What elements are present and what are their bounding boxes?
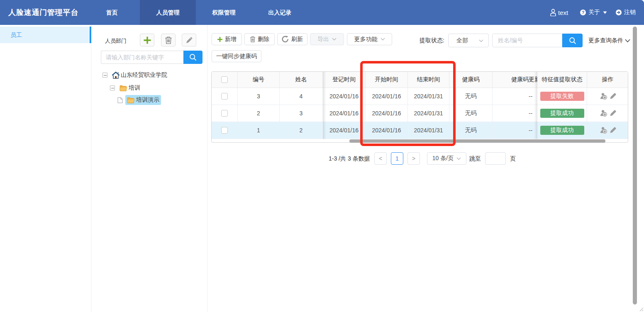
svg-text:?: ?	[582, 10, 585, 15]
